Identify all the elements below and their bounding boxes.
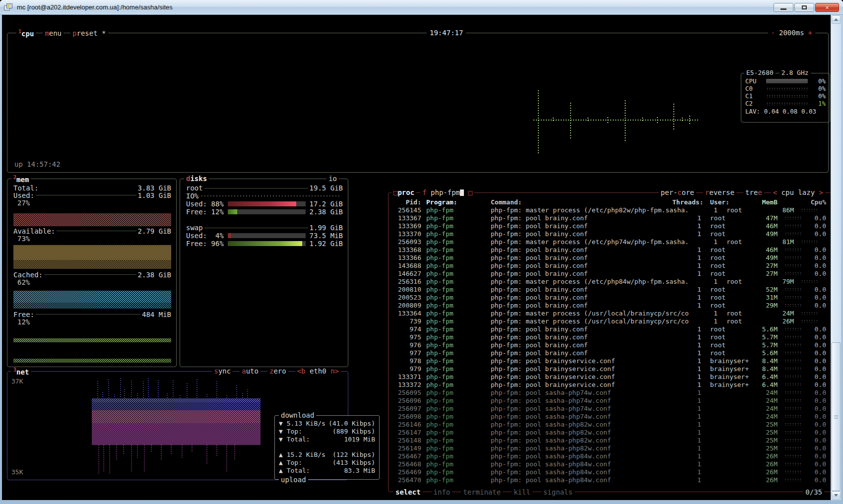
signals-button[interactable]: signals: [541, 488, 575, 496]
preset-button[interactable]: preset *: [70, 29, 108, 37]
proc-cpu-meter: [784, 375, 802, 378]
reverse-button[interactable]: reverse: [703, 189, 736, 196]
sort-switcher[interactable]: < cpu lazy >: [771, 189, 825, 196]
proc-pid: 256093: [394, 238, 421, 246]
mem-available-graph: [13, 245, 171, 260]
scroll-up-button[interactable]: [832, 15, 841, 24]
proc-cpu-meter: [784, 415, 802, 418]
proc-user: root: [704, 341, 756, 349]
proc-mem: 5.7M: [756, 333, 778, 341]
proc-row[interactable]: 256098php-fpmphp-fpm: pool sasha-php74w.…: [394, 412, 826, 420]
proc-thr: 1: [672, 333, 704, 341]
proc-row[interactable]: 256468php-fpmphp-fpm: pool sasha-php84w.…: [394, 460, 826, 468]
used-bar: [228, 233, 306, 238]
proc-row[interactable]: 256149php-fpmphp-fpm: pool sasha-php82w.…: [394, 444, 826, 452]
minimize-button[interactable]: [774, 3, 793, 12]
proc-prog: php-fpm: [421, 302, 491, 309]
interval-increase-button[interactable]: +: [808, 29, 812, 37]
select-button[interactable]: select: [393, 488, 423, 496]
proc-mem: 26M: [756, 468, 778, 476]
titlebar[interactable]: mc [root@a202.itdeveloper.com.ua]:/home/…: [0, 0, 843, 15]
proc-row[interactable]: 133364php-fpmphp-fpm: master process (/u…: [394, 309, 826, 317]
proc-row[interactable]: 256145php-fpmphp-fpm: master process (/e…: [394, 206, 826, 214]
kill-button[interactable]: kill: [512, 488, 532, 496]
proc-row[interactable]: 256316php-fpmphp-fpm: master process (/e…: [394, 277, 826, 285]
proc-pid: 133371: [394, 373, 421, 380]
close-button[interactable]: ✕: [815, 3, 839, 12]
proc-cmd: php-fpm: pool brainy.conf: [491, 286, 672, 293]
proc-row[interactable]: 256147php-fpmphp-fpm: pool sasha-php82w.…: [394, 428, 826, 436]
proc-row[interactable]: 739php-fpmphp-fpm: master process (/usr/…: [394, 317, 826, 325]
proc-row[interactable]: 146627php-fpmphp-fpm: pool brainy.conf1r…: [394, 269, 826, 277]
net-scale-bottom: 35K: [11, 468, 23, 476]
maximize-button[interactable]: [794, 3, 814, 12]
proc-prog: php-fpm: [421, 381, 491, 388]
tree-button[interactable]: tree: [743, 189, 764, 196]
net-graph: [92, 375, 260, 476]
proc-pid: 133368: [394, 246, 421, 253]
interval-decrease-button[interactable]: -: [771, 29, 775, 37]
proc-thr: 1: [672, 405, 704, 412]
proc-row[interactable]: 200810php-fpmphp-fpm: pool brainy.conf1r…: [394, 285, 826, 293]
scrollbar-thumb[interactable]: [832, 342, 841, 491]
per-core-button[interactable]: per-core: [659, 189, 696, 196]
free-bar: [228, 209, 306, 214]
proc-row[interactable]: 256096php-fpmphp-fpm: pool sasha-php74w.…: [394, 396, 826, 404]
proc-user: root: [720, 310, 772, 317]
proc-row[interactable]: 200523php-fpmphp-fpm: pool brainy.conf1r…: [394, 293, 826, 301]
proc-row[interactable]: 975php-fpmphp-fpm: pool brainy.conf1root…: [394, 333, 826, 341]
proc-cpu: 0.0: [805, 452, 826, 460]
interface-switcher[interactable]: <b eth0 n>: [295, 367, 341, 375]
proc-user: root: [720, 238, 772, 246]
proc-row[interactable]: 200809php-fpmphp-fpm: pool brainy.conf1r…: [394, 301, 826, 309]
proc-row[interactable]: 256095php-fpmphp-fpm: pool sasha-php74w.…: [394, 388, 826, 396]
proc-prog: php-fpm: [421, 460, 491, 468]
proc-row[interactable]: 133366php-fpmphp-fpm: pool brainy.conf1r…: [394, 253, 826, 261]
proc-row[interactable]: 974php-fpmphp-fpm: pool brainy.conf1root…: [394, 325, 826, 333]
proc-cpu-meter: [784, 248, 802, 251]
proc-row[interactable]: 256097php-fpmphp-fpm: pool sasha-php74w.…: [394, 404, 826, 412]
download-speed-row: ▼ 5.13 KiB/s(41.0 Kibps): [279, 420, 375, 427]
proc-row[interactable]: 133367php-fpmphp-fpm: pool brainy.conf1r…: [394, 214, 826, 222]
proc-row[interactable]: 976php-fpmphp-fpm: pool brainy.conf1root…: [394, 341, 826, 349]
sync-button[interactable]: sync: [212, 367, 233, 375]
proc-cpu: 0.0: [805, 476, 826, 484]
proc-row[interactable]: 143688php-fpmphp-fpm: pool brainy.conf1r…: [394, 261, 826, 269]
proc-row[interactable]: 133371php-fpmphp-fpm: pool brainyservice…: [394, 373, 826, 380]
proc-mem: 49M: [756, 254, 778, 261]
scrollbar[interactable]: [831, 15, 841, 500]
auto-button[interactable]: auto: [240, 367, 260, 375]
proc-user: root: [720, 278, 772, 285]
proc-row[interactable]: 256469php-fpmphp-fpm: pool sasha-php84w.…: [394, 468, 826, 476]
proc-row[interactable]: 133370php-fpmphp-fpm: pool brainy.conf1r…: [394, 230, 826, 238]
proc-rows: 256145php-fpmphp-fpm: master process (/e…: [394, 206, 826, 484]
proc-prog: php-fpm: [421, 222, 491, 230]
proc-row[interactable]: 256467php-fpmphp-fpm: pool sasha-php84w.…: [394, 452, 826, 460]
info-button[interactable]: info: [432, 488, 453, 496]
proc-row[interactable]: 979php-fpmphp-fpm: pool brainyservice.co…: [394, 365, 826, 373]
io-mode-button[interactable]: io: [326, 175, 339, 183]
zero-button[interactable]: zero: [267, 367, 288, 375]
proc-cmd: php-fpm: pool brainy.conf: [491, 333, 672, 341]
proc-row[interactable]: 256470php-fpmphp-fpm: pool sasha-php84w.…: [394, 476, 826, 484]
proc-row[interactable]: 977php-fpmphp-fpm: pool brainy.conf1root…: [394, 349, 826, 357]
disk-root-used-row: Used: 88% 17.2 GiB: [186, 200, 343, 208]
proc-cmd: php-fpm: master process (/usr/local/brai…: [491, 310, 689, 317]
proc-filter[interactable]: f php-fpm □: [420, 189, 474, 196]
proc-row[interactable]: 256146php-fpmphp-fpm: pool sasha-php82w.…: [394, 420, 826, 428]
proc-cmd: php-fpm: master process (/etc/php84w/php…: [491, 278, 689, 285]
proc-prog: php-fpm: [421, 421, 491, 428]
proc-row[interactable]: 133368php-fpmphp-fpm: pool brainy.conf1r…: [394, 246, 826, 253]
proc-row[interactable]: 978php-fpmphp-fpm: pool brainyservice.co…: [394, 357, 826, 365]
proc-row[interactable]: 133369php-fpmphp-fpm: pool brainy.conf1r…: [394, 222, 826, 230]
scroll-down-button[interactable]: [832, 491, 841, 500]
terminate-button[interactable]: terminate: [461, 488, 503, 496]
disk-swap-free-row: Free: 96% 1.92 GiB: [186, 240, 343, 248]
menu-button[interactable]: menu: [43, 29, 64, 37]
proc-row[interactable]: 133372php-fpmphp-fpm: pool brainyservice…: [394, 380, 826, 388]
proc-cpu: 0.0: [805, 222, 826, 230]
proc-prog: php-fpm: [421, 357, 491, 365]
proc-row[interactable]: 256148php-fpmphp-fpm: pool sasha-php82w.…: [394, 436, 826, 444]
proc-prog: php-fpm: [421, 365, 491, 373]
proc-row[interactable]: 256093php-fpmphp-fpm: master process (/e…: [394, 238, 826, 246]
